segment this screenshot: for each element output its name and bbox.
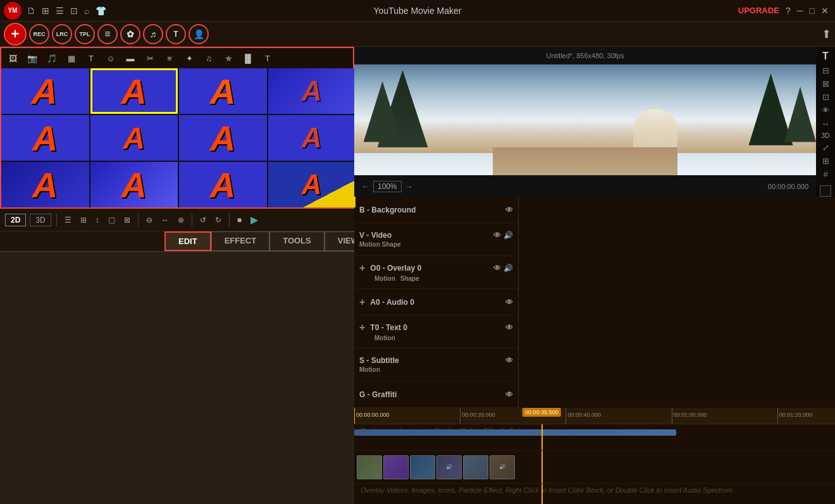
- layout-icon[interactable]: ⊞: [42, 6, 49, 16]
- graffiti-visibility-icon[interactable]: 👁: [505, 390, 513, 399]
- clip-1[interactable]: [357, 455, 382, 479]
- grid-view-icon[interactable]: ⊞: [78, 214, 89, 226]
- arrow-left-icon[interactable]: ←: [362, 182, 369, 191]
- mode-2d-btn[interactable]: 2D: [5, 214, 26, 226]
- background-clip-bar[interactable]: [354, 429, 676, 436]
- clip-5[interactable]: [463, 455, 488, 479]
- sort-icon[interactable]: ↕: [93, 214, 102, 226]
- search-icon[interactable]: ⌕: [84, 6, 89, 16]
- zoom-out-icon[interactable]: ⊖: [144, 214, 155, 226]
- effect-cell-11[interactable]: A: [179, 162, 267, 207]
- tab-effect[interactable]: EFFECT: [211, 231, 270, 251]
- image-tb-icon[interactable]: 🖼: [4, 49, 22, 67]
- music-button[interactable]: ♬: [143, 24, 163, 44]
- background-track-row[interactable]: Background Images, or Double Click to Fi…: [354, 424, 835, 451]
- stop-icon[interactable]: ■: [235, 214, 244, 226]
- background-visibility-icon[interactable]: 👁: [505, 206, 513, 214]
- tab-tools[interactable]: TOOLS: [269, 231, 325, 251]
- text-button[interactable]: T: [166, 24, 186, 44]
- clip-4[interactable]: 🔊: [436, 455, 462, 479]
- tool-move-icon[interactable]: ↔: [822, 119, 830, 128]
- effect-cell-2[interactable]: A: [90, 68, 178, 114]
- tab-edit[interactable]: EDIT: [164, 231, 211, 251]
- tool-grid-icon[interactable]: ⊞: [822, 156, 829, 166]
- video-speaker-icon[interactable]: 🔊: [504, 231, 513, 240]
- rec-button[interactable]: REC: [29, 24, 49, 44]
- clip-2[interactable]: [383, 455, 409, 479]
- audio-add-icon[interactable]: +: [359, 297, 365, 308]
- list-tb-icon[interactable]: ≡: [161, 49, 178, 67]
- effects-button[interactable]: ✿: [120, 24, 140, 44]
- tool-eye-icon[interactable]: 👁: [822, 106, 830, 115]
- camera-tb-icon[interactable]: 📷: [23, 49, 41, 67]
- color-swatch[interactable]: [820, 185, 831, 197]
- text-tb-icon[interactable]: T: [82, 49, 100, 67]
- list-view-icon[interactable]: ☰: [62, 214, 74, 226]
- bar-tb-icon[interactable]: ▬: [121, 49, 139, 67]
- maximize-button[interactable]: □: [810, 6, 815, 16]
- add-button[interactable]: +: [4, 23, 27, 46]
- tpl-button[interactable]: TPL: [75, 24, 95, 44]
- upload-icon[interactable]: ⬆: [822, 27, 831, 41]
- redo-icon[interactable]: ↻: [213, 214, 224, 226]
- undo-icon[interactable]: ↺: [197, 214, 209, 226]
- effect-cell-7[interactable]: A: [179, 115, 267, 161]
- tool-resize1-icon[interactable]: ⊟: [822, 66, 829, 75]
- minimize-button[interactable]: ─: [797, 6, 803, 16]
- tool-t-icon[interactable]: T: [822, 51, 829, 62]
- music2-tb-icon[interactable]: ♫: [200, 49, 218, 67]
- tool-resize2-icon[interactable]: ⊠: [822, 79, 829, 89]
- tool-3d-icon[interactable]: 3D: [822, 132, 830, 139]
- zoom-fit-icon[interactable]: ↔: [159, 214, 171, 226]
- mode-3d-btn[interactable]: 3D: [30, 214, 51, 226]
- effect-cell-12[interactable]: A: [268, 162, 356, 207]
- effect-cell-8[interactable]: A: [268, 115, 356, 161]
- subtitle-visibility-icon[interactable]: 👁: [505, 356, 513, 365]
- video-visibility-icon[interactable]: 👁: [493, 231, 501, 240]
- audio-tb-icon[interactable]: 🎵: [43, 49, 61, 67]
- text-add-icon[interactable]: +: [359, 322, 365, 333]
- help-button[interactable]: ?: [786, 6, 791, 16]
- grid-tb-icon[interactable]: ▦: [63, 49, 80, 67]
- effect-cell-4[interactable]: A: [268, 68, 356, 114]
- text-visibility-icon[interactable]: 👁: [505, 323, 513, 332]
- menu-icon[interactable]: ☰: [56, 6, 64, 16]
- person-button[interactable]: 👤: [189, 24, 209, 44]
- upgrade-button[interactable]: UPGRADE: [738, 6, 779, 15]
- tool-crop-icon[interactable]: ⊡: [822, 92, 829, 102]
- effect-cell-6[interactable]: A: [90, 115, 178, 161]
- trim-icon[interactable]: ⊠: [121, 214, 133, 226]
- split-icon[interactable]: ⊡: [70, 6, 78, 16]
- lrc-button[interactable]: LRC: [52, 24, 72, 44]
- zoom-level[interactable]: 100%: [373, 181, 402, 192]
- overlay-visibility-icon[interactable]: 👁: [493, 264, 501, 273]
- play-icon[interactable]: ▶: [248, 212, 261, 227]
- effect-cell-9[interactable]: A: [1, 162, 89, 207]
- arrow-right-icon[interactable]: →: [405, 182, 413, 191]
- crop-icon[interactable]: ▢: [106, 214, 118, 226]
- clip-3[interactable]: [410, 455, 435, 479]
- shirt-icon[interactable]: 👕: [96, 6, 106, 16]
- effect-cell-5[interactable]: A: [1, 115, 89, 161]
- overlay-track-row[interactable]: Overlay Videos, Images, Icons, Particle …: [354, 484, 835, 504]
- tool-hash-icon[interactable]: #: [823, 169, 827, 179]
- list-button[interactable]: ≡: [97, 24, 118, 44]
- video-track-row[interactable]: 🔊 🔊: [354, 451, 835, 484]
- clip-6[interactable]: 🔊: [490, 455, 515, 479]
- textbig-tb-icon[interactable]: T: [259, 49, 276, 67]
- new-file-icon[interactable]: 🗋: [27, 6, 35, 16]
- pin-tb-icon[interactable]: ✯: [220, 49, 237, 67]
- close-button[interactable]: ✕: [821, 6, 829, 16]
- zoom-in-icon[interactable]: ⊕: [175, 214, 187, 226]
- sparkle-tb-icon[interactable]: ✦: [180, 49, 198, 67]
- audio-visibility-icon[interactable]: 👁: [505, 298, 513, 307]
- cut-tb-icon[interactable]: ✂: [141, 49, 159, 67]
- effect-cell-1[interactable]: A: [1, 68, 89, 114]
- overlay-speaker-icon[interactable]: 🔊: [504, 264, 513, 273]
- overlay-add-icon[interactable]: +: [359, 262, 365, 274]
- chart-tb-icon[interactable]: ▐▌: [239, 49, 257, 67]
- effect-cell-10[interactable]: A: [90, 162, 178, 207]
- effect-cell-3[interactable]: A: [179, 68, 267, 114]
- tool-corners-icon[interactable]: ⤢: [822, 143, 829, 152]
- emoji-tb-icon[interactable]: ☺: [102, 49, 120, 67]
